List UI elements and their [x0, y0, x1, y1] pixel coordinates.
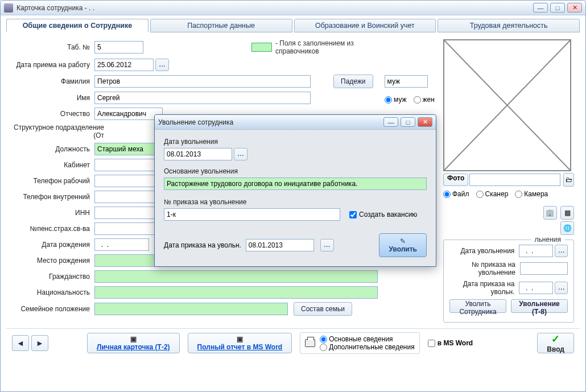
legend-hint: - Поля с заполнением из справочников — [275, 39, 366, 55]
input-inn[interactable] — [94, 207, 157, 219]
label-order-date: Дата приказа на увольн. — [449, 280, 519, 296]
maximize-button[interactable]: □ — [550, 3, 565, 13]
input-gender-text[interactable] — [385, 75, 428, 88]
tab-passport[interactable]: Паспортные данные — [150, 19, 292, 32]
modal-checkbox-vacancy[interactable]: Создать вакансию — [349, 211, 417, 218]
full-report-button[interactable]: ▣ Полный отчет в MS Word — [188, 333, 292, 353]
tab-general[interactable]: Общие сведения о Сотруднике — [6, 19, 148, 32]
tab-education[interactable]: Образование и Воинский учет — [294, 19, 436, 32]
modal-input-fire-date[interactable] — [164, 148, 232, 160]
tab-bar: Общие сведения о Сотруднике Паспортные д… — [6, 19, 580, 32]
minimize-button[interactable]: — — [533, 3, 548, 13]
label-birth-date: Дата рождения — [6, 241, 94, 249]
close-button[interactable]: ✕ — [567, 3, 582, 13]
input-name[interactable] — [94, 92, 311, 104]
label-phone-int: Телефон внутренний — [6, 193, 94, 201]
input-surname[interactable] — [94, 75, 311, 88]
input-order-no[interactable] — [520, 262, 568, 275]
label-fire-date: Дата увольнения — [449, 247, 519, 255]
photo-browse-button[interactable]: 🗁 — [563, 173, 574, 187]
modal-label-fire-date: Дата увольнения — [164, 138, 427, 146]
input-office[interactable] — [94, 159, 157, 171]
input-marital[interactable] — [94, 303, 288, 315]
input-patronymic[interactable] — [94, 108, 163, 120]
input-hire-date[interactable] — [94, 59, 154, 71]
photo-path-input[interactable] — [469, 174, 560, 186]
family-button[interactable]: Состав семьи — [294, 302, 352, 316]
modal-label-order-no: № приказа на увольнение — [164, 198, 427, 206]
radio-info-extra[interactable]: Дополнительные сведения — [320, 343, 414, 351]
date-picker-order[interactable]: … — [555, 282, 568, 294]
fire-t8-button[interactable]: Увольнение (Т-8) — [511, 299, 568, 313]
label-name: Имя — [6, 94, 94, 102]
date-picker-fire[interactable]: … — [555, 245, 568, 257]
t2-button[interactable]: ▣ Личная карточка (Т-2) — [87, 333, 180, 353]
label-office: Кабинет — [6, 161, 94, 169]
input-phone-work[interactable] — [94, 175, 157, 187]
input-order-date[interactable] — [519, 282, 553, 294]
modal-title: Увольнение сотрудника — [158, 118, 383, 126]
modal-label-reason: Основание увольнения — [164, 167, 427, 175]
modal-maximize-button[interactable]: □ — [401, 117, 415, 127]
dismissal-legend: льнения — [531, 236, 564, 244]
window-title: Карточка сотрудника - . . — [16, 4, 533, 12]
input-position[interactable] — [94, 143, 157, 155]
enter-button[interactable]: ✓ Ввод — [537, 333, 574, 353]
tab-work[interactable]: Трудовая деятельность — [438, 19, 580, 32]
radio-src-file[interactable]: Файл — [443, 190, 469, 198]
date-picker-hire[interactable]: … — [155, 59, 169, 71]
modal-minimize-button[interactable]: — — [383, 117, 398, 127]
app-icon — [4, 3, 13, 13]
label-hire-date: Дата приема на работу — [6, 61, 94, 69]
photo-label: Фото — [443, 174, 468, 186]
input-citizenship[interactable] — [94, 270, 378, 283]
modal-input-order-date[interactable] — [246, 239, 314, 251]
label-citizenship: Гражданство — [6, 273, 94, 280]
photo-placeholder — [443, 39, 571, 171]
label-inn: ИНН — [6, 209, 94, 217]
label-order-no: № приказа на увольнение — [449, 261, 520, 277]
input-tab-no[interactable] — [94, 41, 143, 53]
label-dept: Структурное подразделение (От — [6, 123, 109, 139]
input-phone-int[interactable] — [94, 191, 157, 203]
checkbox-msword[interactable]: в MS Word — [428, 339, 473, 347]
modal-fire-button[interactable]: ✎ Уволить — [379, 233, 427, 257]
globe-icon[interactable]: 🌐 — [560, 221, 574, 235]
bottom-toolbar: ◄ ► ▣ Личная карточка (Т-2) ▣ Полный отч… — [6, 328, 580, 357]
radio-src-camera[interactable]: Камера — [515, 190, 548, 198]
prev-button[interactable]: ◄ — [12, 335, 29, 351]
dismissal-modal: Увольнение сотрудника — □ ✕ Дата увольне… — [154, 114, 436, 267]
label-position: Должность — [6, 145, 94, 153]
radio-info-main[interactable]: Основные сведения — [320, 335, 414, 343]
radio-src-scanner[interactable]: Сканер — [476, 190, 509, 198]
label-birth-place: Место рождения — [6, 257, 94, 265]
label-nationality: Национальность — [6, 288, 94, 296]
modal-date-picker-order[interactable]: … — [320, 239, 334, 251]
printer-icon — [305, 339, 315, 347]
radio-gender-f[interactable]: жен — [414, 96, 435, 104]
main-window: Карточка сотрудника - . . — □ ✕ Общие св… — [0, 0, 586, 392]
label-patronymic: Отчество — [6, 110, 94, 118]
label-pens: №пенс.страх.св-ва — [6, 225, 94, 233]
dismissal-group: льнения Дата увольнения … № приказа на у… — [443, 240, 574, 323]
modal-titlebar[interactable]: Увольнение сотрудника — □ ✕ — [155, 115, 436, 130]
legend-color-box — [251, 43, 272, 52]
input-fire-date[interactable] — [519, 245, 553, 257]
modal-close-button[interactable]: ✕ — [418, 117, 432, 127]
input-nationality[interactable] — [94, 286, 378, 299]
main-titlebar[interactable]: Карточка сотрудника - . . — □ ✕ — [1, 1, 585, 15]
modal-label-order-date: Дата приказа на увольн. — [164, 241, 241, 249]
grid-icon[interactable]: ▦ — [560, 206, 574, 220]
fire-employee-button[interactable]: Уволить Сотрудника — [449, 299, 506, 313]
label-marital: Семейное положение — [6, 305, 94, 313]
modal-input-reason[interactable] — [164, 178, 427, 190]
next-button[interactable]: ► — [31, 335, 48, 351]
input-birth-date[interactable] — [94, 238, 149, 251]
cases-button[interactable]: Падежи — [333, 75, 373, 88]
modal-input-order-no[interactable] — [164, 208, 340, 221]
input-pens[interactable] — [94, 222, 157, 235]
radio-gender-m[interactable]: муж — [385, 96, 407, 104]
label-surname: Фамилия — [6, 77, 94, 85]
modal-date-picker-fire[interactable]: … — [234, 148, 247, 160]
building-icon[interactable]: 🏢 — [543, 206, 557, 220]
